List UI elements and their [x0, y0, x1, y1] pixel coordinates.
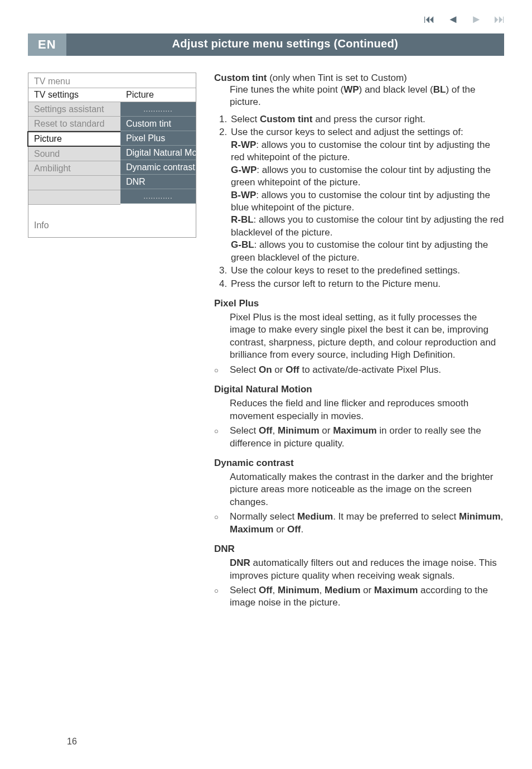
menu-right-row: Dynamic contrast [120, 160, 196, 175]
dynamic-contrast-description: Automatically makes the contrast in the … [230, 471, 504, 508]
menu-right-dots: ............ [120, 189, 196, 204]
menu-info-label: Info [28, 205, 196, 237]
step-item: Use the cursor keys to select and adjust… [230, 126, 504, 264]
dynamic-contrast-heading: Dynamic contrast [214, 458, 504, 469]
menu-right-row: DNR [120, 175, 196, 189]
dnm-description: Reduces the field and line flicker and r… [230, 397, 504, 422]
menu-left-row: Sound [28, 147, 120, 161]
nav-next-icon[interactable]: ⏭ [494, 13, 505, 25]
dnr-heading: DNR [214, 544, 504, 555]
page-number: 16 [67, 737, 77, 747]
custom-tint-steps: Select Custom tint and press the cursor … [225, 113, 504, 290]
dnr-description: DNR automatically filters out and reduce… [230, 557, 504, 582]
nav-first-icon[interactable]: ⏮ [424, 13, 435, 25]
step-item: Select Custom tint and press the cursor … [230, 113, 504, 126]
dnm-heading: Digital Natural Motion [214, 384, 504, 395]
nav-controls: ⏮ ◄ ► ⏭ [424, 13, 505, 25]
step-item: Use the colour keys to reset to the pred… [230, 265, 504, 277]
section-header: EN Adjust picture menu settings (Continu… [28, 33, 504, 56]
dynamic-contrast-bullet: ○Normally select Medium. It may be prefe… [214, 511, 504, 536]
menu-right-row: Custom tint [120, 117, 196, 131]
step-item: Press the cursor left to return to the P… [230, 278, 504, 290]
pixel-plus-bullet: ○Select On or Off to activate/de-activat… [214, 364, 504, 376]
dnr-bullet: ○Select Off, Minimum, Medium or Maximum … [214, 584, 504, 609]
custom-tint-heading: Custom tint (only when Tint is set to Cu… [214, 73, 504, 84]
menu-left-row-selected: Picture [27, 131, 120, 147]
menu-right-row: Pixel Plus [120, 131, 196, 146]
tv-menu-box: TV menu TV settings Settings assistant R… [28, 73, 196, 238]
menu-left-row: Ambilight [28, 161, 120, 176]
nav-prev-icon[interactable]: ◄ [447, 13, 458, 25]
pixel-plus-heading: Pixel Plus [214, 298, 504, 309]
menu-left-row: Reset to standard [28, 117, 120, 131]
menu-left-row: Settings assistant [28, 102, 120, 117]
section-title: Adjust picture menu settings (Continued) [66, 33, 504, 56]
menu-right-dots: ............ [120, 102, 196, 117]
menu-right-row: Digital Natural Mo.. [120, 146, 196, 160]
menu-left-header: TV settings [28, 88, 120, 102]
pixel-plus-description: Pixel Plus is the most ideal setting, as… [230, 311, 504, 362]
custom-tint-description: Fine tunes the white point (WP) and blac… [230, 84, 504, 109]
menu-right-header: Picture [120, 88, 196, 102]
menu-left-row [28, 190, 120, 205]
dnm-bullet: ○Select Off, Minimum or Maximum in order… [214, 425, 504, 450]
tv-menu-title: TV menu [28, 73, 196, 88]
language-tag: EN [28, 33, 66, 56]
nav-play-icon[interactable]: ► [471, 13, 482, 25]
menu-left-row [28, 176, 120, 190]
